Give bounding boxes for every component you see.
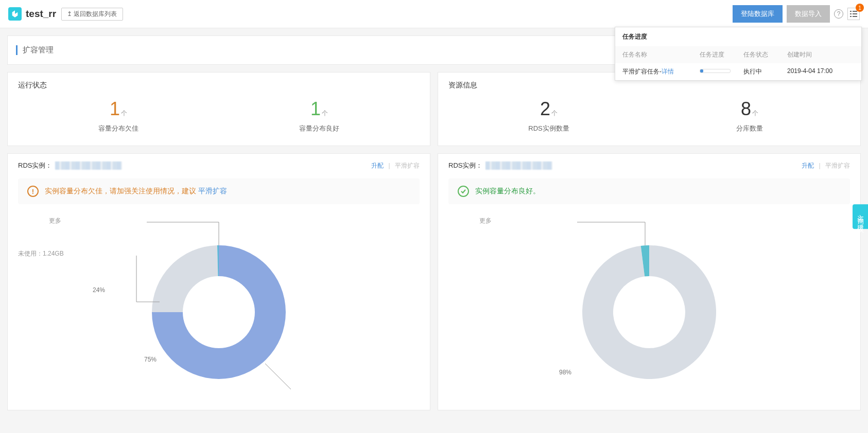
chart-a-alert-msg: 实例容量分布欠佳，请加强关注使用情况，建议 bbox=[45, 187, 198, 195]
stat-rds-num: 2 bbox=[540, 98, 550, 119]
svg-rect-0 bbox=[850, 11, 852, 12]
back-to-db-list-button[interactable]: ↥ 返回数据库列表 bbox=[61, 8, 123, 21]
svg-rect-5 bbox=[853, 16, 857, 17]
help-icon[interactable]: ? bbox=[834, 9, 843, 19]
svg-line-10 bbox=[265, 364, 291, 389]
chart-b-instance-id-redacted bbox=[485, 161, 552, 170]
chart-a-alert-text: 实例容量分布欠佳，请加强关注使用情况，建议 平滑扩容 bbox=[45, 187, 227, 196]
stat-bad-label: 容量分布欠佳 bbox=[18, 124, 219, 133]
run-status-card: 运行状态 1个 容量分布欠佳 1个 容量分布良好 bbox=[7, 72, 430, 146]
stat-db-unit: 个 bbox=[752, 110, 758, 117]
chart-a-header: RDS实例： 升配 | 平滑扩容 bbox=[18, 161, 420, 170]
resource-info-title: 资源信息 bbox=[448, 81, 850, 90]
separator: | bbox=[819, 162, 821, 169]
stat-rds-count: 2个 RDS实例数量 bbox=[448, 98, 649, 133]
task-popup-header-row: 任务名称 任务进度 任务状态 创建时间 bbox=[615, 46, 861, 63]
chart-a-scale-link[interactable]: 平滑扩容 bbox=[395, 162, 420, 169]
db-title: test_rr bbox=[26, 8, 56, 20]
stat-capacity-good: 1个 容量分布良好 bbox=[219, 98, 420, 133]
logo-icon bbox=[8, 7, 22, 21]
task-name-text: 平滑扩容任务- bbox=[622, 68, 662, 75]
chart-b-alert: 实例容量分布良好。 bbox=[448, 178, 850, 204]
chart-a-alert-link[interactable]: 平滑扩容 bbox=[198, 187, 227, 195]
chart-a-donut: 更多 未使用：1.24GB 24% 75% bbox=[18, 214, 420, 400]
header-actions: 登陆数据库 数据导入 ? 1 bbox=[733, 5, 860, 23]
chart-b-more-label: 更多 bbox=[479, 217, 492, 225]
resource-info-card: 资源信息 2个 RDS实例数量 8个 分库数量 bbox=[438, 72, 861, 146]
svg-rect-3 bbox=[853, 13, 857, 14]
chart-a-instance-id-redacted bbox=[55, 161, 122, 170]
task-row: 平滑扩容任务-详情 执行中 2019-4-04 17:00 bbox=[615, 63, 861, 80]
chart-a-pct-24: 24% bbox=[93, 286, 105, 294]
col-task-name: 任务名称 bbox=[622, 50, 700, 59]
stat-capacity-bad: 1个 容量分布欠佳 bbox=[18, 98, 219, 133]
stat-db-num: 8 bbox=[741, 98, 751, 119]
task-time-cell: 2019-4-04 17:00 bbox=[787, 67, 854, 76]
feedback-side-tab[interactable]: 咨询·建议 bbox=[853, 204, 868, 229]
task-progress-cell bbox=[700, 67, 743, 76]
task-badge: 1 bbox=[856, 4, 864, 12]
col-task-status: 任务状态 bbox=[743, 50, 787, 59]
stat-bad-num: 1 bbox=[110, 98, 120, 119]
stat-db-label: 分库数量 bbox=[649, 124, 850, 133]
col-task-progress: 任务进度 bbox=[700, 50, 743, 59]
charts-row: RDS实例： 升配 | 平滑扩容 ! 实例容量分布欠佳，请加强关注使用情况，建议… bbox=[7, 153, 861, 410]
chart-a-pct-75: 75% bbox=[144, 356, 157, 363]
stat-db-count: 8个 分库数量 bbox=[649, 98, 850, 133]
task-detail-link[interactable]: 详情 bbox=[662, 68, 674, 75]
chart-a-upgrade-link[interactable]: 升配 bbox=[371, 162, 384, 169]
login-db-button[interactable]: 登陆数据库 bbox=[733, 5, 783, 23]
import-data-button[interactable]: 数据导入 bbox=[787, 5, 830, 23]
stat-bad-unit: 个 bbox=[121, 110, 127, 117]
chart-a-actions: 升配 | 平滑扩容 bbox=[371, 161, 420, 170]
chart-a-more-label: 更多 bbox=[49, 217, 61, 225]
stat-rds-unit: 个 bbox=[551, 110, 558, 117]
stat-good-num: 1 bbox=[310, 98, 321, 119]
chart-b-alert-text: 实例容量分布良好。 bbox=[475, 187, 540, 196]
chart-b-scale-link[interactable]: 平滑扩容 bbox=[825, 162, 850, 169]
chart-b-upgrade-link[interactable]: 升配 bbox=[802, 162, 814, 169]
chart-b-pct-98: 98% bbox=[559, 369, 571, 376]
chart-b-actions: 升配 | 平滑扩容 bbox=[802, 161, 850, 170]
task-status-cell: 执行中 bbox=[743, 67, 787, 76]
chart-a-instance-label: RDS实例： bbox=[18, 161, 52, 170]
page-header: test_rr ↥ 返回数据库列表 登陆数据库 数据导入 ? 1 任务进度 任务… bbox=[0, 0, 868, 28]
task-popup-title: 任务进度 bbox=[615, 27, 861, 46]
separator: | bbox=[389, 162, 390, 169]
chart-b-instance-label: RDS实例： bbox=[448, 161, 482, 170]
chart-card-b: RDS实例： 升配 | 平滑扩容 实例容量分布良好。 bbox=[438, 153, 861, 410]
svg-rect-1 bbox=[853, 11, 857, 12]
chart-a-unused-label: 未使用：1.24GB bbox=[18, 249, 64, 258]
col-task-time: 创建时间 bbox=[787, 50, 854, 59]
chart-b-donut: 更多 98% bbox=[448, 214, 850, 400]
task-menu-wrap: 1 bbox=[847, 8, 860, 20]
stats-row: 运行状态 1个 容量分布欠佳 1个 容量分布良好 资源信息 2个 RDS实例数量… bbox=[7, 72, 861, 146]
task-name-cell: 平滑扩容任务-详情 bbox=[622, 67, 700, 76]
check-icon bbox=[458, 186, 469, 197]
task-progress-popup: 任务进度 任务名称 任务进度 任务状态 创建时间 平滑扩容任务-详情 执行中 2… bbox=[615, 27, 862, 81]
svg-rect-2 bbox=[850, 13, 852, 14]
stat-good-unit: 个 bbox=[322, 110, 328, 117]
chart-card-a: RDS实例： 升配 | 平滑扩容 ! 实例容量分布欠佳，请加强关注使用情况，建议… bbox=[7, 153, 430, 410]
run-status-title: 运行状态 bbox=[18, 81, 420, 90]
warning-icon: ! bbox=[27, 186, 39, 197]
stat-rds-label: RDS实例数量 bbox=[448, 124, 649, 133]
chart-a-alert: ! 实例容量分布欠佳，请加强关注使用情况，建议 平滑扩容 bbox=[18, 178, 420, 204]
svg-rect-4 bbox=[850, 16, 852, 17]
chart-b-header: RDS实例： 升配 | 平滑扩容 bbox=[448, 161, 850, 170]
progress-bar bbox=[700, 69, 731, 73]
stat-good-label: 容量分布良好 bbox=[219, 124, 420, 133]
